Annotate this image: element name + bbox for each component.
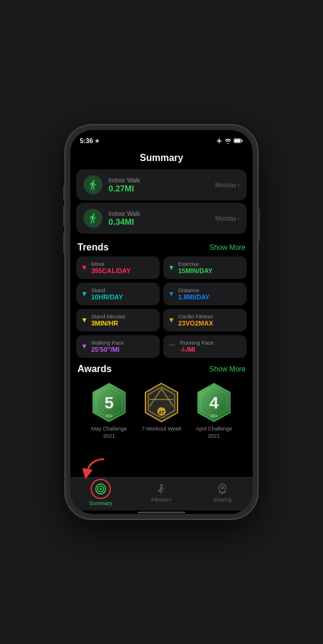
awards-title: Awards <box>77 364 112 374</box>
april-challenge-label: April Challenge2021 <box>195 426 232 439</box>
svg-point-22 <box>100 488 101 490</box>
phone-screen: 5:36 <box>70 130 253 514</box>
svg-rect-1 <box>241 140 243 141</box>
stand-value: 10HR/DAY <box>91 293 123 301</box>
phone-frame: 5:36 <box>66 125 257 519</box>
workout-info-1: Indoor Walk 0.27MI <box>108 177 209 193</box>
trends-section-header: Trends Show More <box>70 236 253 256</box>
trend-running-pace[interactable]: — Running Pace -/-/MI <box>163 335 247 358</box>
sharing-icon <box>216 483 228 495</box>
workout-day-2: Monday › <box>215 215 240 222</box>
notch <box>126 130 197 143</box>
workout-type-2: Indoor Walk <box>108 210 209 217</box>
distance-label: Distance <box>178 287 210 293</box>
tab-summary[interactable]: Summary <box>70 479 131 506</box>
fitness-tab-label: Fitness+ <box>151 497 172 503</box>
location-icon <box>95 138 100 143</box>
walk-figure-icon <box>88 179 98 190</box>
sharing-tab-label: Sharing <box>213 497 231 503</box>
trend-move[interactable]: ▾ Move 395CAL/DAY <box>76 256 160 279</box>
trend-exercise[interactable]: ▾ Exercise 15MIN/DAY <box>163 256 247 279</box>
workout-day-1: Monday › <box>215 182 240 188</box>
svg-rect-2 <box>234 139 240 142</box>
cardio-arrow-icon: ▾ <box>169 315 173 324</box>
cardio-label: Cardio Fitness <box>178 314 213 320</box>
workout-info-2: Indoor Walk 0.34MI <box>108 210 209 227</box>
run-pace-value: -/-/MI <box>180 346 214 353</box>
trends-title: Trends <box>77 242 108 253</box>
tab-bar: Summary Fitness+ <box>70 477 253 510</box>
page-header: Summary <box>70 148 253 167</box>
run-pace-arrow-icon: — <box>169 341 175 348</box>
distance-arrow-icon: ▾ <box>169 289 173 298</box>
runner-icon <box>156 483 167 495</box>
stand-arrow-icon: ▾ <box>82 289 86 298</box>
mute-button <box>63 185 66 200</box>
svg-point-23 <box>160 484 162 485</box>
tab-fitness[interactable]: Fitness+ <box>131 482 192 503</box>
workout-type-1: Indoor Walk <box>108 177 209 184</box>
walk-pace-label: Walking Pace <box>91 340 124 346</box>
stand-min-label: Stand Minutes <box>91 314 126 320</box>
volume-down-button <box>63 233 66 253</box>
wifi-icon <box>225 138 231 144</box>
move-value: 395CAL/DAY <box>91 267 131 274</box>
workout-week-badge: 27 <box>141 382 182 423</box>
main-scroll-area[interactable]: Indoor Walk 0.27MI Monday › Indoor Walk <box>70 167 253 477</box>
svg-text:4: 4 <box>209 394 219 412</box>
sharing-tab-icon <box>216 482 229 496</box>
power-button <box>257 209 260 242</box>
home-bar <box>138 512 185 513</box>
airplane-icon <box>216 138 222 144</box>
distance-value: 1.8MI/DAY <box>178 293 210 301</box>
award-workout-week[interactable]: 27 7-Workout Week <box>138 382 185 439</box>
volume-up-button <box>63 206 66 227</box>
run-pace-label: Running Pace <box>180 340 214 346</box>
workout-value-2: 0.34MI <box>108 217 209 227</box>
awards-section-header: Awards Show More <box>70 358 253 378</box>
stand-min-arrow-icon: ▾ <box>82 315 86 324</box>
workout-card-2[interactable]: Indoor Walk 0.34MI Monday › <box>76 203 247 234</box>
exercise-arrow-icon: ▾ <box>169 262 173 272</box>
trends-show-more[interactable]: Show More <box>209 243 246 252</box>
award-april-challenge[interactable]: 4 2021 April Challenge2021 <box>190 382 238 439</box>
move-label: Move <box>91 261 131 267</box>
svg-text:2021: 2021 <box>105 414 112 417</box>
walk-pace-arrow-icon: ▾ <box>82 341 86 351</box>
exercise-label: Exercise <box>178 261 213 267</box>
battery-icon <box>234 138 243 143</box>
fitness-tab-icon <box>155 482 168 496</box>
workout-week-label: 7-Workout Week <box>142 426 182 433</box>
tab-sharing[interactable]: Sharing <box>192 482 253 503</box>
summary-tab-label: Summary <box>89 500 113 506</box>
walk-icon-1 <box>83 175 103 194</box>
trend-stand-minutes[interactable]: ▾ Stand Minutes 3MIN/HR <box>76 309 160 332</box>
walk-icon-2 <box>83 209 103 228</box>
workout-value-1: 0.27MI <box>108 184 209 193</box>
may-challenge-label: May Challenge2021 <box>91 426 127 439</box>
award-may-challenge[interactable]: 5 2021 May Challenge2021 <box>85 382 133 439</box>
exercise-value: 15MIN/DAY <box>178 267 213 274</box>
awards-row: 5 2021 May Challenge2021 <box>70 378 253 445</box>
svg-text:27: 27 <box>159 410 164 415</box>
cardio-value: 23VO2MAX <box>178 320 213 327</box>
page-title: Summary <box>140 153 184 163</box>
status-time: 5:36 <box>80 137 100 144</box>
trends-grid: ▾ Move 395CAL/DAY ▾ Exercise 15MIN/DAY <box>70 256 253 358</box>
stand-label: Stand <box>91 287 123 293</box>
home-indicator <box>70 510 253 514</box>
activity-circle-icon <box>95 483 107 495</box>
summary-tab-ring <box>91 479 111 499</box>
trend-distance[interactable]: ▾ Distance 1.8MI/DAY <box>163 283 247 305</box>
bottom-spacer <box>70 445 253 450</box>
awards-show-more[interactable]: Show More <box>209 365 246 373</box>
move-arrow-icon: ▾ <box>82 262 86 272</box>
may-challenge-badge: 5 2021 <box>88 382 130 423</box>
trend-walking-pace[interactable]: ▾ Walking Pace 25'50"/MI <box>76 335 160 358</box>
trend-cardio[interactable]: ▾ Cardio Fitness 23VO2MAX <box>163 309 247 332</box>
status-icons <box>216 138 243 144</box>
april-challenge-badge: 4 2021 <box>193 382 235 423</box>
workout-card-1[interactable]: Indoor Walk 0.27MI Monday › <box>76 169 247 200</box>
time-display: 5:36 <box>80 137 93 144</box>
trend-stand[interactable]: ▾ Stand 10HR/DAY <box>76 283 160 305</box>
